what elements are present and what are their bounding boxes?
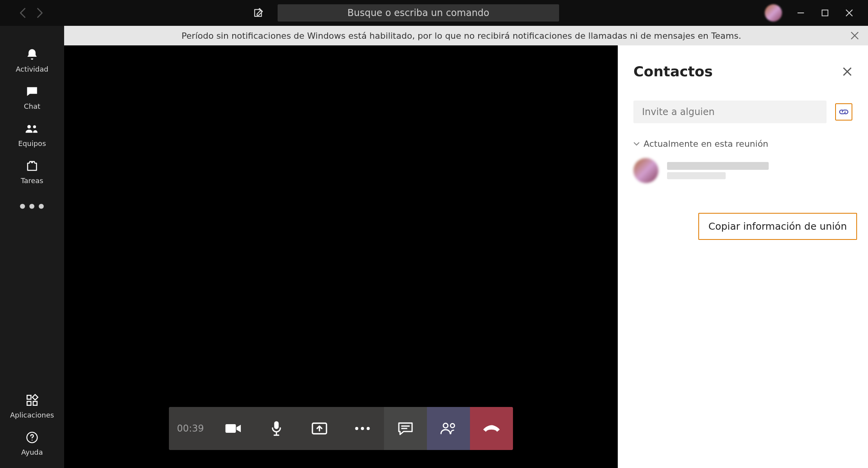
rail-help[interactable]: Ayuda	[0, 425, 64, 468]
chat-icon	[25, 84, 39, 99]
window-maximize-button[interactable]	[820, 7, 830, 18]
more-actions-button[interactable]	[341, 407, 384, 450]
video-stage: 00:39	[64, 45, 618, 468]
camera-toggle-button[interactable]	[212, 407, 255, 450]
rail-label: Equipos	[18, 139, 46, 148]
panel-close-button[interactable]	[842, 67, 852, 77]
help-icon	[25, 430, 39, 445]
conversation-button[interactable]	[384, 407, 427, 450]
svg-rect-9	[274, 421, 278, 429]
svg-point-14	[443, 423, 448, 428]
section-label: Actualmente en esta reunión	[644, 139, 768, 149]
svg-point-11	[355, 427, 358, 430]
svg-rect-8	[226, 424, 236, 433]
call-timer: 00:39	[169, 407, 212, 450]
svg-point-13	[367, 427, 370, 430]
mic-toggle-button[interactable]	[255, 407, 298, 450]
svg-rect-5	[27, 401, 31, 405]
svg-point-2	[33, 125, 36, 128]
svg-point-15	[450, 424, 454, 428]
titlebar: Busque o escriba un comando	[0, 0, 868, 26]
hang-up-button[interactable]	[470, 407, 513, 450]
search-input[interactable]: Busque o escriba un comando	[278, 4, 559, 22]
participant-avatar	[633, 158, 658, 183]
notification-banner: Período sin notificaciones de Windows es…	[64, 26, 868, 45]
nav-forward-button[interactable]	[35, 8, 45, 18]
svg-rect-0	[822, 10, 828, 16]
bell-icon	[25, 47, 39, 62]
briefcase-icon	[25, 158, 39, 173]
nav-group	[18, 8, 45, 18]
caret-down-icon	[633, 142, 640, 146]
svg-rect-4	[32, 394, 38, 400]
rail-more-button[interactable]: •••	[18, 199, 46, 215]
svg-rect-6	[33, 401, 37, 405]
rail-label: Ayuda	[21, 448, 43, 456]
svg-rect-3	[27, 395, 31, 399]
panel-title: Contactos	[633, 63, 713, 79]
section-header[interactable]: Actualmente en esta reunión	[633, 139, 852, 149]
rail-teams[interactable]: Equipos	[0, 116, 64, 153]
copy-join-info-button[interactable]	[835, 103, 852, 121]
nav-back-button[interactable]	[18, 8, 27, 18]
rail-apps[interactable]: Aplicaciones	[0, 387, 64, 425]
avatar[interactable]	[765, 4, 782, 22]
rail-chat[interactable]: Chat	[0, 79, 64, 116]
apps-icon	[25, 393, 39, 408]
svg-point-1	[27, 125, 31, 129]
participants-panel: Contactos Actualmente en esta reunión	[618, 45, 868, 468]
link-icon	[838, 106, 849, 117]
participant-role	[667, 172, 726, 179]
rail-label: Aplicaciones	[10, 411, 54, 419]
rail-tasks[interactable]: Tareas	[0, 153, 64, 190]
window-close-button[interactable]	[844, 7, 855, 18]
participants-button[interactable]	[427, 407, 470, 450]
search-placeholder: Busque o escriba un comando	[347, 7, 489, 18]
rail-activity[interactable]: Actividad	[0, 41, 64, 79]
rail-label: Chat	[24, 102, 40, 110]
new-chat-button[interactable]	[250, 5, 266, 21]
share-screen-button[interactable]	[298, 407, 341, 450]
copy-link-tooltip: Copiar información de unión	[698, 213, 857, 240]
invite-input[interactable]	[633, 101, 827, 123]
rail-label: Tareas	[21, 176, 43, 185]
rail-label: Actividad	[16, 65, 48, 73]
participant-row[interactable]	[633, 158, 852, 183]
banner-text: Período sin notificaciones de Windows es…	[73, 31, 850, 41]
participant-name	[667, 162, 769, 170]
call-control-bar: 00:39	[169, 407, 513, 450]
svg-point-12	[361, 427, 364, 430]
app-rail: Actividad Chat Equipos Tareas ••• A	[0, 26, 64, 468]
people-icon	[25, 121, 39, 136]
window-minimize-button[interactable]	[795, 7, 806, 18]
banner-close-button[interactable]	[850, 31, 859, 40]
